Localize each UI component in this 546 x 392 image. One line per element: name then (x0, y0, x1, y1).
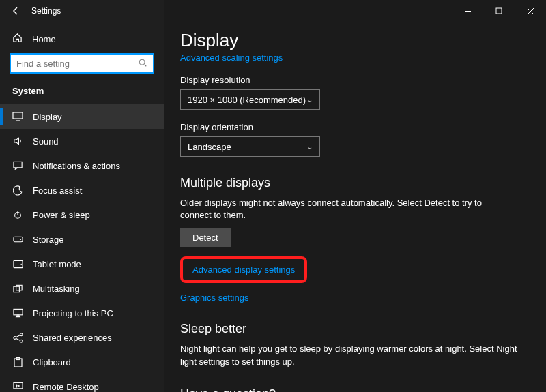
search-icon (138, 58, 147, 70)
sidebar-item-label: Display (33, 112, 62, 122)
nav-list: Display Sound Notifications & actions Fo… (0, 104, 164, 392)
svg-line-3 (145, 64, 147, 66)
remote-desktop-icon (12, 381, 23, 392)
focus-assist-icon (12, 185, 23, 196)
window-title: Settings (31, 6, 61, 16)
display-icon (12, 111, 23, 122)
page-heading: Display (180, 30, 530, 51)
title-bar: Settings (0, 0, 546, 22)
sleep-better-heading: Sleep better (180, 322, 530, 336)
resolution-dropdown[interactable]: 1920 × 1080 (Recommended) ⌄ (180, 89, 320, 110)
sidebar-item-clipboard[interactable]: Clipboard (0, 350, 164, 374)
orientation-dropdown[interactable]: Landscape ⌄ (180, 136, 320, 157)
multiple-displays-heading: Multiple displays (180, 176, 530, 190)
sidebar-item-multitasking[interactable]: Multitasking (0, 276, 164, 301)
graphics-settings-link[interactable]: Graphics settings (180, 292, 248, 303)
tablet-icon (12, 258, 23, 269)
sidebar-item-label: Tablet mode (33, 259, 81, 269)
close-icon (527, 7, 534, 15)
svg-point-20 (20, 340, 23, 342)
sidebar-item-notifications[interactable]: Notifications & actions (0, 153, 164, 178)
sidebar-item-storage[interactable]: Storage (0, 227, 164, 252)
sidebar-item-power-sleep[interactable]: Power & sleep (0, 202, 164, 227)
sidebar-item-focus-assist[interactable]: Focus assist (0, 178, 164, 202)
maximize-button[interactable] (483, 0, 515, 22)
svg-point-12 (20, 263, 22, 265)
sidebar-item-label: Focus assist (33, 185, 82, 196)
highlight-box: Advanced display settings (180, 256, 307, 283)
close-button[interactable] (515, 0, 546, 22)
svg-point-10 (20, 239, 21, 240)
svg-point-18 (13, 336, 16, 339)
notifications-icon (12, 160, 23, 171)
svg-rect-15 (13, 309, 22, 314)
svg-point-2 (139, 59, 145, 65)
search-input[interactable] (16, 59, 138, 69)
sleep-better-desc: Night light can help you get to sleep by… (180, 343, 530, 367)
sidebar-item-label: Remote Desktop (33, 382, 99, 392)
multitasking-icon (12, 283, 23, 294)
minimize-icon (464, 7, 472, 15)
sidebar-item-sound[interactable]: Sound (0, 129, 164, 153)
orientation-label: Display orientation (180, 122, 530, 132)
sidebar-item-remote-desktop[interactable]: Remote Desktop (0, 374, 164, 392)
detect-button[interactable]: Detect (180, 228, 231, 247)
power-icon (12, 209, 23, 220)
maximize-icon (495, 7, 502, 14)
sidebar-item-display[interactable]: Display (0, 104, 164, 129)
home-icon (12, 33, 23, 45)
svg-rect-1 (496, 8, 502, 14)
sidebar-item-label: Multitasking (33, 284, 80, 294)
sidebar-item-shared-experiences[interactable]: Shared experiences (0, 325, 164, 350)
sidebar-item-projecting[interactable]: Projecting to this PC (0, 301, 164, 325)
sidebar-item-label: Shared experiences (33, 333, 112, 343)
sidebar-item-label: Power & sleep (33, 210, 90, 220)
resolution-label: Display resolution (180, 75, 530, 85)
storage-icon (12, 234, 23, 245)
sidebar: Home System Display Sound Notifications … (0, 0, 164, 392)
multiple-displays-desc: Older displays might not always connect … (180, 197, 508, 222)
back-button[interactable] (0, 0, 31, 22)
projecting-icon (12, 307, 23, 318)
clipboard-icon (12, 357, 23, 367)
arrow-left-icon (11, 6, 20, 16)
home-label: Home (32, 34, 56, 44)
sidebar-item-label: Storage (33, 235, 64, 245)
content-pane: Display Advanced scaling settings Displa… (164, 22, 546, 392)
sidebar-item-label: Clipboard (33, 357, 71, 367)
advanced-scaling-link[interactable]: Advanced scaling settings (180, 52, 283, 63)
question-heading: Have a question? (180, 387, 530, 392)
chevron-down-icon: ⌄ (307, 96, 313, 104)
advanced-display-link[interactable]: Advanced display settings (192, 265, 295, 275)
orientation-value: Landscape (188, 142, 231, 152)
search-box[interactable] (10, 53, 154, 74)
sidebar-item-tablet-mode[interactable]: Tablet mode (0, 252, 164, 276)
svg-rect-6 (13, 162, 21, 167)
sidebar-item-label: Notifications & actions (33, 161, 120, 171)
shared-icon (12, 332, 23, 343)
sound-icon (12, 136, 23, 147)
group-header: System (0, 83, 164, 104)
minimize-button[interactable] (452, 0, 483, 22)
resolution-value: 1920 × 1080 (Recommended) (188, 95, 306, 105)
sidebar-item-label: Sound (33, 136, 59, 147)
home-button[interactable]: Home (0, 27, 164, 53)
svg-rect-4 (13, 112, 23, 119)
sidebar-item-label: Projecting to this PC (33, 308, 113, 318)
chevron-down-icon: ⌄ (307, 143, 313, 151)
svg-point-19 (20, 333, 23, 335)
